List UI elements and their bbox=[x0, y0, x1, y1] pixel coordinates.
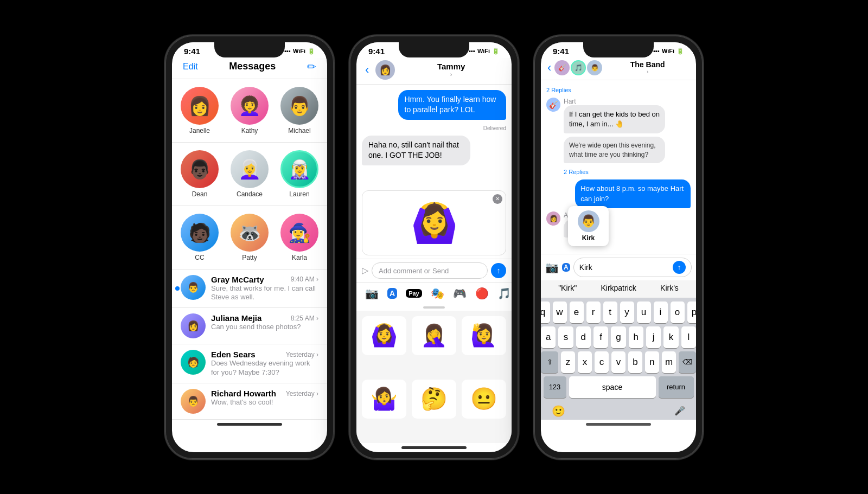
message-list: 👨 Gray McCarty 9:40 AM › Sure, that work… bbox=[172, 270, 327, 420]
key-m[interactable]: m bbox=[662, 351, 676, 373]
input-bar[interactable]: ▷ Add comment or Send ↑ bbox=[356, 259, 512, 282]
key-y[interactable]: y bbox=[620, 301, 634, 323]
tray-memoji-icon[interactable]: 🎭 bbox=[431, 287, 444, 300]
tray-red-icon[interactable]: 🔴 bbox=[475, 287, 489, 300]
edit-button[interactable]: Edit bbox=[183, 62, 198, 72]
autocomplete-word-1[interactable]: "Kirk" bbox=[553, 283, 582, 293]
key-space[interactable]: space bbox=[569, 376, 656, 398]
group-send-button[interactable]: ↑ bbox=[673, 261, 686, 274]
message-item-eden[interactable]: 🧑 Eden Sears Yesterday › Does Wednesday … bbox=[172, 344, 327, 383]
key-num[interactable]: 123 bbox=[544, 376, 566, 398]
wifi-icon: WiFi bbox=[293, 48, 305, 54]
keyboard-bottom-bar: 🙂 🎤 bbox=[541, 401, 696, 420]
key-p[interactable]: p bbox=[687, 301, 697, 323]
microphone-button[interactable]: 🎤 bbox=[674, 406, 685, 416]
tray-applepay-icon[interactable]: Pay bbox=[406, 289, 422, 298]
camera-icon[interactable]: 📷 bbox=[545, 261, 559, 274]
contact-dean[interactable]: 👨🏿 Dean bbox=[177, 150, 222, 198]
back-button[interactable]: ‹ bbox=[365, 63, 369, 77]
key-b[interactable]: b bbox=[628, 351, 642, 373]
contact-label-kathy: Kathy bbox=[241, 127, 258, 134]
input-placeholder: Add comment or Send bbox=[379, 267, 449, 275]
signal-icon-2: ▪▪▪ bbox=[469, 48, 475, 54]
key-z[interactable]: z bbox=[561, 351, 575, 373]
memoji-item-6[interactable]: 😐 bbox=[462, 380, 506, 419]
emoji-keyboard-button[interactable]: 🙂 bbox=[552, 405, 565, 418]
phones-container: 9:41 ▪▪▪ WiFi 🔋 Edit Messages ✏ 👩 Ja bbox=[165, 36, 703, 459]
group-input-bar: 📷 A Kirk ↑ bbox=[541, 254, 696, 280]
contact-kathy[interactable]: 👩‍🦱 Kathy bbox=[227, 87, 272, 134]
key-delete[interactable]: ⌫ bbox=[679, 351, 696, 373]
alexis-avatar: 👩 bbox=[546, 211, 560, 226]
key-a[interactable]: a bbox=[541, 326, 556, 348]
key-o[interactable]: o bbox=[671, 301, 685, 323]
autocomplete-word-2[interactable]: Kirkpatrick bbox=[595, 283, 641, 293]
contact-karla[interactable]: 🧙‍♀️ Karla bbox=[277, 214, 322, 261]
key-d[interactable]: d bbox=[576, 326, 591, 348]
signal-icon: ▪▪▪ bbox=[284, 48, 291, 54]
signal-icon-3: ▪▪▪ bbox=[653, 48, 660, 54]
contact-candace[interactable]: 👩‍🦳 Candace bbox=[227, 150, 272, 198]
key-f[interactable]: f bbox=[593, 326, 608, 348]
memoji-item-4[interactable]: 🤷‍♀️ bbox=[362, 380, 406, 419]
close-memoji-button[interactable]: ✕ bbox=[493, 194, 502, 204]
contact-patty[interactable]: 🦝 Patty bbox=[227, 214, 272, 261]
apps-icon-group[interactable]: A bbox=[562, 263, 570, 272]
message-input[interactable]: Add comment or Send bbox=[372, 262, 488, 279]
key-g[interactable]: g bbox=[611, 326, 626, 348]
app-tray: 📷 A Pay 🎭 🎮 🔴 🎵 bbox=[356, 282, 512, 304]
key-k[interactable]: k bbox=[663, 326, 678, 348]
tray-music-icon[interactable]: 🎵 bbox=[497, 287, 511, 300]
group-message-input[interactable]: Kirk ↑ bbox=[573, 258, 692, 277]
chat-contact-sub: › bbox=[450, 71, 452, 78]
key-shift[interactable]: ⇧ bbox=[541, 351, 558, 373]
compose-button[interactable]: ✏ bbox=[307, 60, 316, 73]
avatar-janelle: 👩 bbox=[181, 87, 219, 125]
key-h[interactable]: h bbox=[629, 326, 643, 348]
key-x[interactable]: x bbox=[578, 351, 592, 373]
home-indicator-2 bbox=[401, 446, 467, 449]
tray-game-icon[interactable]: 🎮 bbox=[453, 287, 467, 300]
key-l[interactable]: l bbox=[681, 326, 696, 348]
contact-cc[interactable]: 🧑🏿 CC bbox=[177, 214, 222, 261]
tray-apps-icon[interactable]: A bbox=[387, 288, 397, 299]
message-item-juliana[interactable]: 👩 Juliana Mejia 8:25 AM › Can you send t… bbox=[172, 308, 327, 344]
contact-lauren[interactable]: 🧝‍♀️ Lauren bbox=[277, 150, 322, 198]
key-j[interactable]: j bbox=[646, 326, 661, 348]
contact-michael[interactable]: 👨 Michael bbox=[277, 87, 322, 134]
memoji-item-3[interactable]: 🙋‍♀️ bbox=[462, 316, 506, 355]
expand-icon[interactable]: ▷ bbox=[362, 265, 368, 275]
keyboard-row-4: 123 space return bbox=[541, 376, 696, 398]
avatar-lauren: 🧝‍♀️ bbox=[280, 150, 318, 188]
tray-photos-icon[interactable]: 📷 bbox=[365, 287, 379, 300]
keyboard-row-3: ⇧ z x c v b n m ⌫ bbox=[541, 351, 696, 373]
key-v[interactable]: v bbox=[611, 351, 626, 373]
key-q[interactable]: q bbox=[541, 301, 550, 323]
key-w[interactable]: w bbox=[553, 301, 567, 323]
key-r[interactable]: r bbox=[586, 301, 601, 323]
chat-avatar-tammy: 👩 bbox=[375, 60, 395, 80]
key-n[interactable]: n bbox=[645, 351, 659, 373]
memoji-item-5[interactable]: 🤔 bbox=[412, 380, 456, 419]
wifi-icon-2: WiFi bbox=[477, 48, 490, 54]
key-t[interactable]: t bbox=[603, 301, 617, 323]
status-icons-3: ▪▪▪ WiFi 🔋 bbox=[653, 48, 684, 55]
contact-label-lauren: Lauren bbox=[289, 190, 309, 198]
iphone-3: 9:41 ▪▪▪ WiFi 🔋 ‹ 🎸 🎵 👨 The Band › bbox=[534, 36, 703, 459]
memoji-item-1[interactable]: 🙆‍♀️ bbox=[362, 316, 406, 355]
key-return[interactable]: return bbox=[659, 376, 694, 398]
group-back-button[interactable]: ‹ bbox=[547, 61, 551, 75]
send-button[interactable]: ↑ bbox=[491, 263, 506, 278]
avatar-michael: 👨 bbox=[280, 87, 318, 125]
contact-janelle[interactable]: 👩 Janelle bbox=[177, 87, 222, 134]
message-item-richard[interactable]: 👨 Richard Howarth Yesterday › Wow, that'… bbox=[172, 383, 327, 420]
msg-time-eden: Yesterday › bbox=[286, 351, 318, 358]
memoji-item-2[interactable]: 🤦‍♀️ bbox=[412, 316, 456, 355]
key-u[interactable]: u bbox=[637, 301, 651, 323]
key-i[interactable]: i bbox=[654, 301, 668, 323]
message-item-gray[interactable]: 👨 Gray McCarty 9:40 AM › Sure, that work… bbox=[172, 270, 327, 309]
autocomplete-word-3[interactable]: Kirk's bbox=[655, 283, 684, 293]
key-e[interactable]: e bbox=[570, 301, 584, 323]
key-s[interactable]: s bbox=[558, 326, 573, 348]
key-c[interactable]: c bbox=[595, 351, 609, 373]
